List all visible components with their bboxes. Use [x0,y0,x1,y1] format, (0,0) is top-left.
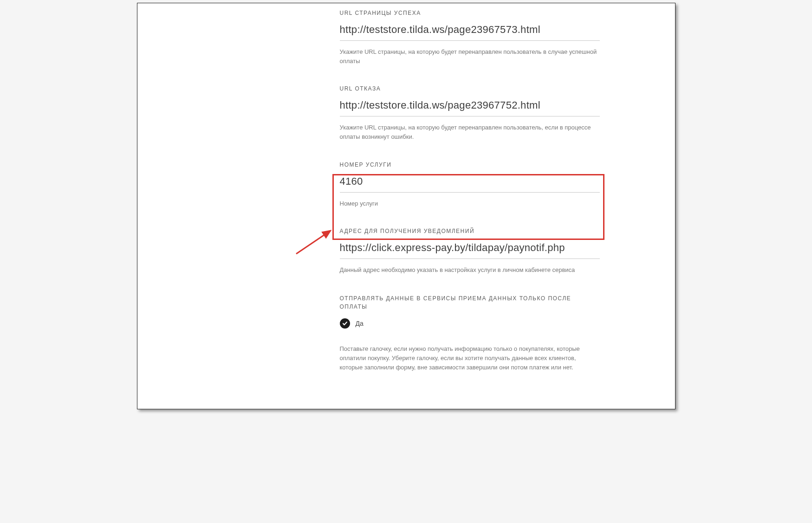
svg-line-0 [296,231,331,254]
field-cancel-url: URL ОТКАЗА Укажите URL страницы, на кото… [340,85,600,142]
form-column: URL СТРАНИЦЫ УСПЕХА Укажите URL страницы… [340,3,600,392]
check-circle-icon [340,318,350,329]
label-send-after-pay: ОТПРАВЛЯТЬ ДАННЫЕ В СЕРВИСЫ ПРИЕМА ДАННЫ… [340,294,600,311]
field-service-number: НОМЕР УСЛУГИ Номер услуги [340,161,600,208]
checkbox-send-after-pay[interactable]: Да [340,318,600,329]
field-success-url: URL СТРАНИЦЫ УСПЕХА Укажите URL страницы… [340,10,600,66]
input-service-number[interactable] [340,173,600,193]
input-notify-url[interactable] [340,239,600,259]
input-success-url[interactable] [340,21,600,41]
label-cancel-url: URL ОТКАЗА [340,85,600,92]
input-cancel-url[interactable] [340,97,600,116]
label-success-url: URL СТРАНИЦЫ УСПЕХА [340,10,600,16]
help-service-number: Номер услуги [340,199,600,208]
field-send-after-pay: ОТПРАВЛЯТЬ ДАННЫЕ В СЕРВИСЫ ПРИЕМА ДАННЫ… [340,294,600,372]
checkbox-label-yes: Да [356,320,364,327]
label-service-number: НОМЕР УСЛУГИ [340,161,600,168]
arrow-annotation-icon [292,225,339,258]
help-send-after-pay: Поставьте галочку, если нужно получать и… [340,344,600,372]
settings-panel: URL СТРАНИЦЫ УСПЕХА Укажите URL страницы… [137,3,676,409]
help-success-url: Укажите URL страницы, на которую будет п… [340,47,600,66]
label-notify-url: АДРЕС ДЛЯ ПОЛУЧЕНИЯ УВЕДОМЛЕНИЙ [340,228,600,234]
field-notify-url: АДРЕС ДЛЯ ПОЛУЧЕНИЯ УВЕДОМЛЕНИЙ Данный а… [340,228,600,275]
help-notify-url: Данный адрес необходимо указать в настро… [340,265,600,275]
help-cancel-url: Укажите URL страницы, на которую будет п… [340,123,600,142]
